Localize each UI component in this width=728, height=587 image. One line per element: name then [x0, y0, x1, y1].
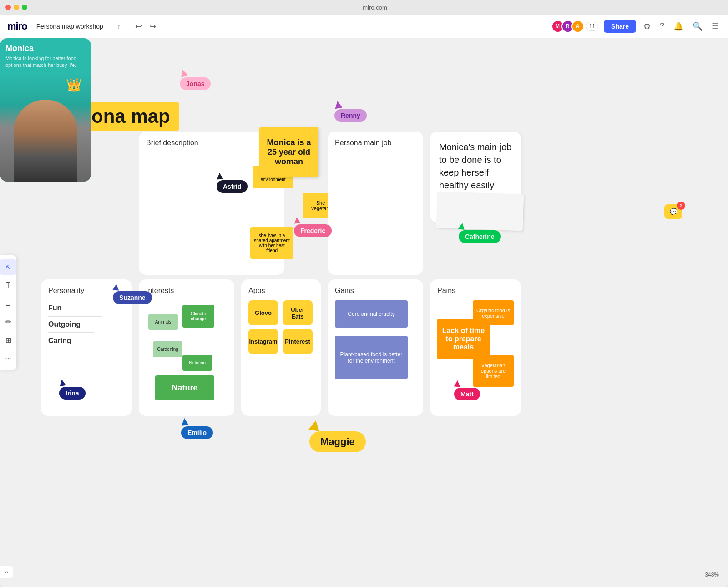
interests-stickies: Climate change Animals Gardening Nutriti…	[146, 300, 227, 410]
project-name[interactable]: Persona map workshop	[33, 21, 107, 32]
persona-job-title: Persona main job	[335, 139, 416, 147]
panel-toggle[interactable]: ››	[0, 566, 13, 578]
gain-plant-based[interactable]: Plant-based food is better for the envir…	[335, 336, 408, 379]
left-toolbar: ↖ T 🗒 ✏ ⊞ ···	[0, 255, 16, 370]
trait-fun: Fun	[48, 304, 125, 312]
renny-label: Renny	[334, 109, 367, 122]
personality-traits: Fun Outgoing Caring	[48, 304, 125, 345]
sticky-nutrition[interactable]: Nutrition	[182, 355, 212, 371]
cursor-renny: Renny	[334, 101, 342, 109]
share-button[interactable]: Share	[604, 20, 636, 33]
trait-caring: Caring	[48, 337, 125, 345]
cursor-catherine: Catherine	[459, 223, 465, 230]
gain-animal-cruelty[interactable]: Cero animal cruelty	[335, 300, 408, 328]
catherine-label: Catherine	[459, 230, 501, 243]
cursor-tool[interactable]: ↖	[0, 259, 16, 275]
matt-label: Matt	[454, 388, 480, 400]
settings-icon[interactable]: ⚙	[642, 20, 652, 33]
monica-card: Monica Monica is looking for better food…	[0, 38, 91, 182]
trait-line-fun	[48, 316, 102, 317]
apps-section: Apps Glovo Uber Eats Instagram Pinterest	[241, 279, 321, 416]
suzanne-label: Suzanne	[113, 291, 152, 304]
app-uber-eats[interactable]: Uber Eats	[283, 300, 313, 325]
titlebar: miro.com	[0, 0, 728, 15]
undo-redo-group: ↩ ↪	[132, 20, 159, 32]
canvas[interactable]: ↖ T 🗒 ✏ ⊞ ··· Persona map Monica Monica …	[0, 38, 728, 587]
avatar-3: A	[571, 20, 584, 33]
astrid-arrow	[216, 172, 223, 179]
cursor-maggie: Maggie	[309, 420, 320, 431]
gains-section: Gains Cero animal cruelty Plant-based fo…	[328, 279, 423, 416]
close-dot[interactable]	[5, 5, 11, 10]
gains-title: Gains	[335, 287, 416, 295]
avatar-group: M R A 11	[551, 20, 598, 33]
text-tool[interactable]: T	[0, 277, 16, 294]
irina-arrow	[59, 379, 66, 386]
search-icon[interactable]: 🔍	[691, 20, 704, 33]
persona-job-section: Persona main job 💬 2	[328, 132, 423, 275]
note-tool[interactable]: 🗒	[0, 295, 16, 312]
suzanne-arrow	[112, 283, 119, 290]
notification-icon[interactable]: 🔔	[672, 20, 685, 33]
redo-button[interactable]: ↪	[147, 20, 159, 32]
sticky-nature[interactable]: Nature	[155, 375, 214, 400]
trait-line-outgoing	[48, 332, 94, 333]
catherine-arrow	[458, 223, 465, 230]
cursor-jonas: Jonas	[180, 69, 187, 77]
app-pinterest[interactable]: Pinterest	[283, 329, 313, 354]
minimize-dot[interactable]	[14, 5, 19, 10]
pain-vegetarian-options[interactable]: Vegetarian options are limited	[473, 355, 514, 387]
comment-count: 2	[677, 202, 685, 210]
gains-stickies: Cero animal cruelty Plant-based food is …	[335, 300, 416, 379]
miro-logo: miro	[7, 20, 27, 32]
sticky-gardening[interactable]: Gardening	[153, 341, 182, 357]
jonas-label: Jonas	[180, 77, 211, 90]
sticky-climate-change[interactable]: Climate change	[182, 305, 214, 328]
comment-bubble[interactable]: 💬 2	[664, 204, 682, 219]
cursor-emilio: Emilio	[181, 418, 188, 426]
pen-tool[interactable]: ✏	[0, 314, 16, 330]
maggie-label: Maggie	[309, 431, 366, 452]
cursor-astrid: Astrid	[217, 173, 223, 180]
matt-arrow	[454, 380, 460, 387]
undo-button[interactable]: ↩	[132, 20, 145, 32]
app-instagram[interactable]: Instagram	[248, 329, 278, 354]
trait-outgoing: Outgoing	[48, 320, 125, 329]
sticky-shared-apartment[interactable]: she lives in a shared apartment with her…	[250, 227, 293, 259]
frame-tool[interactable]: ⊞	[0, 332, 16, 348]
more-tools[interactable]: ···	[0, 350, 16, 366]
avatar-count: 11	[586, 22, 598, 31]
maggie-arrow	[308, 420, 321, 431]
app-window: miro.com miro Persona map workshop ↑ ↩ ↪…	[0, 0, 728, 587]
cursor-suzanne: Suzanne	[113, 284, 119, 291]
fullscreen-dot[interactable]	[22, 5, 27, 10]
pain-lack-of-time[interactable]: Lack of time to prepare meals	[437, 319, 490, 359]
folded-paper	[436, 192, 524, 231]
app-glovo[interactable]: Glovo	[248, 300, 278, 325]
frederic-label: Frederic	[294, 224, 332, 237]
window-controls	[5, 5, 27, 10]
help-icon[interactable]: ?	[658, 20, 666, 33]
monica-age-sticky[interactable]: Monica is a 25 year old woman	[259, 127, 318, 177]
pains-title: Pains	[437, 287, 514, 295]
cursor-irina: Irina	[59, 380, 66, 387]
astrid-label: Astrid	[217, 180, 248, 193]
url-bar: miro.com	[27, 4, 723, 11]
cursor-frederic: Frederic	[294, 217, 300, 224]
renny-arrow	[334, 101, 343, 109]
interests-title: Interests	[146, 287, 227, 295]
person-photo	[14, 100, 77, 182]
upload-button[interactable]: ↑	[112, 20, 125, 33]
zoom-level: 348%	[705, 572, 719, 578]
cursor-matt: Matt	[454, 380, 460, 388]
emilio-arrow	[181, 418, 188, 425]
monica-image: 👑	[0, 73, 91, 182]
sticky-animals[interactable]: Animals	[148, 314, 178, 330]
interests-section: Interests Climate change Animals Gardeni…	[139, 279, 234, 416]
monica-name: Monica	[0, 38, 91, 55]
menu-icon[interactable]: ☰	[710, 20, 721, 33]
header: miro Persona map workshop ↑ ↩ ↪ M R A 11…	[0, 15, 728, 38]
brief-title: Brief description	[146, 139, 277, 147]
apps-title: Apps	[248, 287, 313, 295]
pains-stickies: Organic food is expensive Lack of time t…	[437, 300, 514, 419]
